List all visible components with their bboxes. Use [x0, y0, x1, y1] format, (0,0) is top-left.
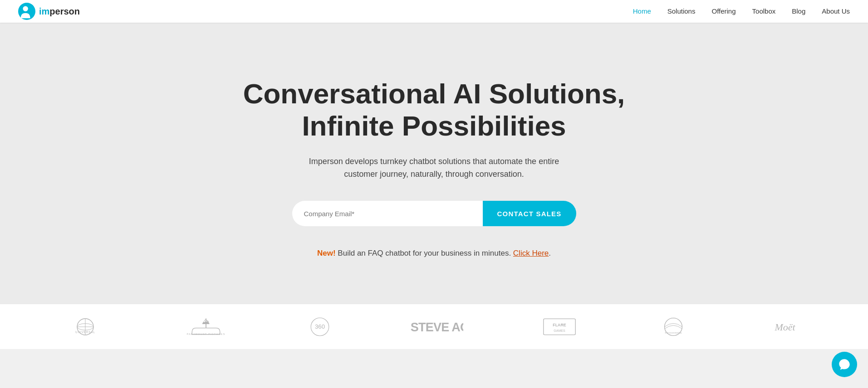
contact-sales-button[interactable]: CONTACT SALES: [483, 201, 576, 226]
nav-item-toolbox[interactable]: Toolbox: [752, 7, 776, 15]
logo-text: imperson: [39, 6, 80, 17]
nav-item-solutions[interactable]: Solutions: [667, 7, 696, 15]
svg-text:Moët: Moët: [774, 321, 795, 333]
hero-subtitle: Imperson develops turnkey chatbot soluti…: [303, 155, 566, 181]
svg-text:GAMES: GAMES: [554, 329, 565, 332]
nav-links: Home Solutions Offering Toolbox Blog Abo…: [633, 7, 850, 15]
hero-section: Conversational AI Solutions, Infinite Po…: [0, 23, 868, 304]
logo-flaregames: FLARE GAMES: [539, 317, 580, 337]
email-input[interactable]: [292, 201, 483, 226]
nav-link-about[interactable]: About Us: [822, 7, 850, 15]
svg-point-1: [23, 6, 28, 11]
nav-item-home[interactable]: Home: [633, 7, 651, 15]
svg-text:PARAMOUNT PICTURES: PARAMOUNT PICTURES: [187, 333, 226, 335]
click-here-link[interactable]: Click Here: [513, 249, 549, 257]
nav-item-about[interactable]: About Us: [822, 7, 850, 15]
logos-strip: UNIVERSAL ⛰ PARAMOUNT PICTURES 360 STEVE…: [0, 304, 868, 349]
logo-link[interactable]: imperson: [18, 3, 80, 20]
hero-title: Conversational AI Solutions, Infinite Po…: [243, 78, 625, 142]
new-label: New!: [317, 249, 336, 257]
svg-text:⛰: ⛰: [202, 317, 210, 326]
navbar: imperson Home Solutions Offering Toolbox…: [0, 0, 868, 23]
nav-link-blog[interactable]: Blog: [792, 7, 805, 15]
nav-link-toolbox[interactable]: Toolbox: [752, 7, 776, 15]
logo-icon: [18, 3, 35, 20]
svg-text:FLARE: FLARE: [553, 323, 566, 327]
nav-link-offering[interactable]: Offering: [711, 7, 736, 15]
logo-steveaoki: STEVE AOKI: [409, 317, 463, 337]
nav-link-home[interactable]: Home: [633, 7, 651, 15]
logo-horizonmedia: horizonmedia: [655, 317, 691, 337]
faq-promo-text: New! Build an FAQ chatbot for your busin…: [317, 249, 551, 258]
svg-text:horizonmedia: horizonmedia: [665, 331, 682, 334]
nav-item-offering[interactable]: Offering: [711, 7, 736, 15]
svg-text:UNIVERSAL: UNIVERSAL: [75, 330, 95, 334]
logo-paramount: ⛰ PARAMOUNT PICTURES: [181, 317, 231, 337]
svg-text:360: 360: [315, 323, 325, 330]
nav-link-solutions[interactable]: Solutions: [667, 7, 696, 15]
faq-text: Build an FAQ chatbot for your business i…: [338, 249, 513, 257]
nav-item-blog[interactable]: Blog: [792, 7, 805, 15]
logo-universal: UNIVERSAL: [65, 317, 106, 337]
cta-row: CONTACT SALES: [292, 201, 576, 226]
logo-360: 360: [306, 317, 333, 337]
logo-moet: Moët: [767, 317, 803, 337]
svg-text:STEVE AOKI: STEVE AOKI: [411, 320, 463, 334]
